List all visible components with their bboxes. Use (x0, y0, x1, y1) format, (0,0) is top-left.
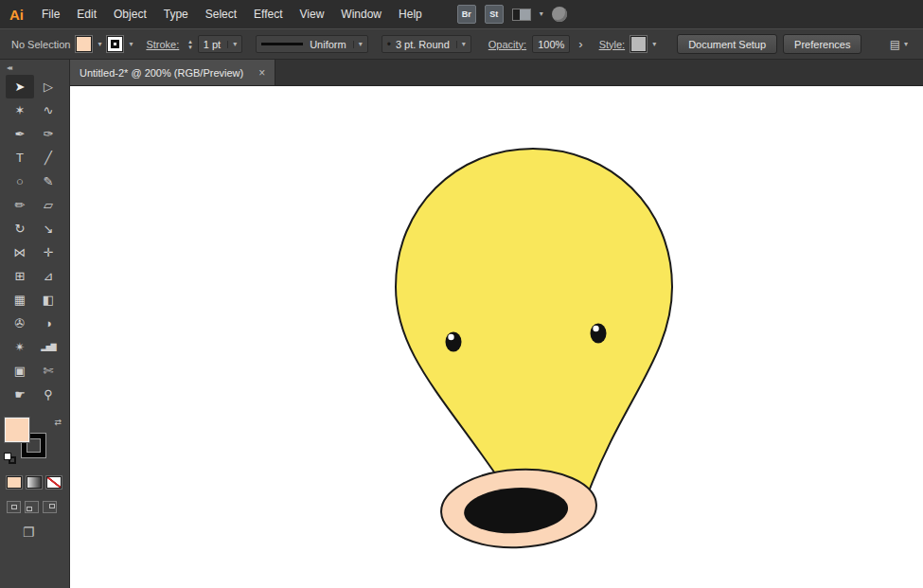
screen-mode-button[interactable]: ❐ (23, 525, 35, 540)
illustrator-logo: Ai (9, 7, 24, 23)
document-setup-button[interactable]: Document Setup (677, 34, 777, 54)
style-panel-link[interactable]: Style: (599, 39, 626, 50)
type-tool[interactable]: T (6, 146, 34, 169)
bridge-button[interactable]: Br (457, 5, 476, 24)
scale-tool[interactable]: ↘ (34, 217, 62, 241)
magic-wand-tool[interactable]: ✶ (6, 98, 34, 122)
lasso-tool[interactable]: ∿ (34, 98, 62, 122)
stroke-panel-link[interactable]: Stroke: (146, 39, 179, 50)
gradient-mode-button[interactable] (27, 476, 42, 489)
opacity-combo[interactable]: 100% (532, 35, 570, 53)
direct-selection-tool[interactable]: ▷ (34, 75, 62, 98)
chevron-down-icon[interactable]: ▾ (904, 41, 908, 48)
document-tab-bar: Untitled-2* @ 200% (RGB/Preview) × (70, 60, 923, 86)
perspective-grid-tool[interactable]: ⊿ (34, 264, 62, 288)
artboard-tool[interactable]: ▣ (6, 359, 34, 383)
canvas[interactable] (70, 86, 923, 588)
menu-edit[interactable]: Edit (68, 0, 105, 28)
menu-view[interactable]: View (292, 0, 333, 28)
chevron-down-icon[interactable]: ▾ (353, 41, 363, 48)
paintbrush-tool[interactable]: ✎ (34, 169, 62, 193)
mesh-tool[interactable]: ▦ (6, 288, 34, 312)
head-shape[interactable] (396, 149, 672, 497)
swap-fill-stroke-icon[interactable]: ⇄ (54, 418, 62, 427)
stroke-weight-combo[interactable]: 1 pt ▾ (198, 35, 242, 53)
selection-status: No Selection (11, 39, 70, 50)
width-profile-combo[interactable]: Uniform ▾ (256, 35, 368, 53)
draw-inside-button[interactable] (43, 501, 57, 513)
brush-definition-combo[interactable]: • 3 pt. Round ▾ (382, 35, 471, 53)
pencil-tool[interactable]: ✏ (6, 193, 34, 217)
artwork (70, 86, 923, 588)
selection-tool[interactable]: ➤ (6, 75, 34, 98)
menu-type[interactable]: Type (155, 0, 197, 28)
default-fill-stroke-icon[interactable] (4, 453, 18, 465)
width-tool[interactable]: ⋈ (6, 241, 34, 264)
stroke-weight-stepper[interactable]: ▴ ▾ (188, 39, 192, 50)
chevron-down-icon[interactable]: ▾ (227, 41, 237, 48)
document-tab-title: Untitled-2* @ 200% (RGB/Preview) (80, 67, 243, 79)
color-mode-button[interactable] (7, 476, 22, 489)
eraser-tool[interactable]: ▱ (34, 193, 62, 217)
draw-inside-icon (49, 504, 55, 508)
application-menu-bar: Ai File Edit Object Type Select Effect V… (0, 0, 923, 28)
menu-select[interactable]: Select (197, 0, 245, 28)
hand-tool[interactable]: ☛ (6, 383, 34, 406)
tab-close-button[interactable]: × (258, 66, 265, 80)
blend-tool[interactable]: ◑ (34, 312, 62, 335)
brush-definition-value: 3 pt. Round (396, 39, 450, 50)
ellipse-tool[interactable]: ○ (6, 169, 34, 193)
eyedropper-tool[interactable]: ✇ (6, 312, 34, 335)
draw-normal-icon (11, 505, 17, 509)
shape-builder-tool[interactable]: ⊞ (6, 264, 34, 288)
chevron-down-icon[interactable]: ▾ (98, 41, 101, 48)
right-eye-shape[interactable] (591, 324, 607, 344)
fill-indicator[interactable] (5, 418, 29, 442)
free-transform-tool[interactable]: ✛ (34, 241, 62, 264)
stepper-down-icon[interactable]: ▾ (188, 45, 192, 50)
controlbar-panel-menu[interactable]: ▤ ▾ (890, 38, 912, 51)
right-eye-highlight (593, 326, 598, 331)
draw-normal-button[interactable] (7, 501, 21, 513)
stock-button[interactable]: St (485, 5, 504, 24)
zoom-tool[interactable]: ⚲ (34, 383, 62, 406)
menu-file[interactable]: File (33, 0, 68, 28)
default-fill-icon (4, 453, 11, 460)
menu-object[interactable]: Object (105, 0, 155, 28)
slice-tool[interactable]: ✄ (34, 359, 62, 383)
collapse-panel-icon[interactable]: ◂◂ (0, 60, 10, 73)
column-graph-tool[interactable]: ▂▅▇ (34, 335, 62, 359)
document-area: Untitled-2* @ 200% (RGB/Preview) × (70, 60, 923, 588)
menu-help[interactable]: Help (390, 0, 431, 28)
appbar-right-cluster: Br St ▾ (457, 5, 567, 24)
cs-live-icon[interactable] (552, 7, 567, 22)
stroke-color-swatch[interactable] (107, 36, 123, 52)
width-profile-value: Uniform (310, 39, 346, 50)
draw-behind-button[interactable] (25, 501, 39, 513)
document-tab[interactable]: Untitled-2* @ 200% (RGB/Preview) × (70, 60, 275, 85)
tool-grid: ➤ ▷ ✶ ∿ ✒ ✑ T ╱ ○ ✎ ✏ ▱ ↻ ↘ ⋈ ✛ ⊞ ⊿ ▦ ◧ (6, 75, 62, 406)
align-panel-icon[interactable]: ▤ (890, 38, 900, 51)
style-swatch[interactable] (630, 36, 647, 52)
fill-color-swatch[interactable] (76, 36, 92, 52)
curvature-tool[interactable]: ✑ (34, 122, 62, 146)
opacity-panel-link[interactable]: Opacity: (488, 39, 526, 50)
chevron-down-icon[interactable]: ▾ (456, 41, 466, 48)
symbol-sprayer-tool[interactable]: ✴ (6, 335, 34, 359)
gradient-tool[interactable]: ◧ (34, 288, 62, 312)
brush-preview-icon: • (387, 39, 391, 50)
pen-tool[interactable]: ✒ (6, 122, 34, 146)
opacity-value: 100% (538, 39, 564, 50)
menu-effect[interactable]: Effect (245, 0, 291, 28)
opacity-flyout-icon[interactable]: › (576, 37, 585, 51)
menu-window[interactable]: Window (332, 0, 390, 28)
none-mode-button[interactable] (46, 476, 62, 489)
line-segment-tool[interactable]: ╱ (34, 146, 62, 169)
workspace-switcher-icon[interactable] (512, 9, 531, 21)
chevron-down-icon[interactable]: ▾ (540, 10, 543, 18)
left-eye-shape[interactable] (446, 332, 462, 352)
preferences-button[interactable]: Preferences (783, 34, 861, 54)
chevron-down-icon[interactable]: ▾ (129, 41, 133, 48)
chevron-down-icon[interactable]: ▾ (652, 41, 656, 48)
rotate-tool[interactable]: ↻ (6, 217, 34, 241)
